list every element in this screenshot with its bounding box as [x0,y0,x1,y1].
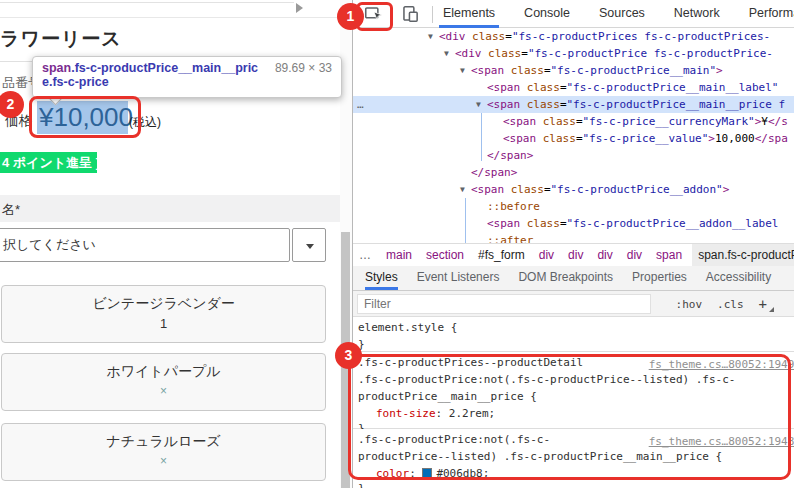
hov-toggle[interactable]: :hov [676,298,703,311]
token-str: "fs-c-productPrice__addon__label [567,217,779,230]
new-style-rule-button[interactable]: + [759,296,767,312]
tooltip-selector-line1: span.fs-c-productPrice__main__pric [42,61,258,75]
token-attr: class [536,132,576,145]
breadcrumb-item-span.fs-c-productp[interactable]: span.fs-c-productP [692,244,794,266]
tree-row[interactable]: ▼<span class="fs-c-productPrice__addon"> [353,181,794,198]
expand-arrow-icon[interactable]: ▼ [428,28,439,45]
tree-row[interactable]: <span class="fs-c-price__value">10,000</… [353,130,794,147]
tab-network[interactable]: Network [670,0,724,28]
tree-row-selected[interactable]: …▼<span class="fs-c-productPrice__main__… [353,96,794,113]
token-attr: class [466,30,506,43]
devtools-toolbar: ElementsConsoleSourcesNetworkPerformance [353,0,794,28]
card-remove-x[interactable]: × [2,384,325,398]
tree-row[interactable]: ::after [353,232,794,243]
token-txt: = [521,47,528,60]
tab-dom-breakpoints[interactable]: DOM Breakpoints [518,266,613,290]
tab-styles[interactable]: Styles [365,266,398,290]
token-txt: = [544,64,551,77]
token-tag: </span> [487,149,533,162]
token-txt: = [505,30,512,43]
tab-event-listeners[interactable]: Event Listeners [417,266,500,290]
token-txt: = [576,115,583,128]
tab-performance[interactable]: Performance [745,0,794,28]
token-tag: <span [503,115,536,128]
card-quantity[interactable]: 1 [2,316,325,331]
tree-row[interactable]: ▼<div class="fs-c-productPrice fs-c-prod… [353,45,794,62]
tree-row[interactable]: ::before [353,198,794,215]
breadcrumb-item-div[interactable]: div [539,248,554,262]
card-title: ホワイトパープル [2,363,325,381]
select-dropdown-button[interactable] [292,228,326,262]
tree-row[interactable]: <span class="fs-c-productPrice__main__la… [353,79,794,96]
tree-row[interactable]: ▼<span class="fs-c-productPrice__main"> [353,62,794,79]
token-str: "fs-c-productPrice fs-c-productPrice- [528,47,773,60]
tab-accessibility[interactable]: Accessibility [706,266,771,290]
tree-row[interactable]: ▼<div class="fs-c-productPrices fs-c-pro… [353,28,794,45]
token-tag: </span> [471,166,517,179]
inspect-tooltip: span.fs-c-productPrice__main__pric 89.69… [32,56,342,98]
breadcrumb-item-#fs_form[interactable]: #fs_form [478,248,525,262]
styles-filter-bar: :hov .cls + [353,291,794,317]
breadcrumb-item-div[interactable]: div [597,248,612,262]
page-title: ラワーリース [0,26,122,52]
breadcrumb-item-div[interactable]: div [627,248,642,262]
annotation-circle-3: 3 [335,342,362,369]
token-tag: <span [471,183,504,196]
device-toolbar-icon[interactable] [399,3,423,26]
token-str: "fs-c-productPrice__addon" [551,183,723,196]
tab-sources[interactable]: Sources [595,0,649,28]
token-attr: class [520,98,560,111]
product-option-card[interactable]: ホワイトパープル× [1,353,326,411]
rule-close-brace: } [358,482,794,488]
token-str: "fs-c-productPrices fs-c-productPrices- [512,30,770,43]
token-tag: <div [439,30,466,43]
expand-arrow-icon[interactable]: ▼ [460,181,471,198]
expand-arrow-icon[interactable]: ▼ [460,62,471,79]
tab-elements[interactable]: Elements [439,0,499,28]
option-select[interactable]: 択してください [0,228,290,262]
styles-filter-input[interactable] [357,294,651,314]
tree-row[interactable]: </span> [353,147,794,164]
token-str: "fs-c-productPrice__main__label" [567,81,779,94]
token-txt: = [544,183,551,196]
token-tag: <span [487,81,520,94]
breadcrumb-item-span[interactable]: span [656,248,682,262]
token-tag: </s [768,115,788,128]
element-style-block[interactable]: element.style { } [353,317,794,352]
card-remove-x[interactable]: × [2,454,325,468]
breadcrumb-item-[interactable]: … [359,248,372,262]
expand-arrow-icon[interactable]: ▼ [444,45,455,62]
row-overflow-dots-icon[interactable]: … [357,96,365,113]
token-tag: > [708,132,715,145]
token-str: "fs-c-productPrice__main__price f [567,98,786,111]
breadcrumb-item-main[interactable]: main [386,248,412,262]
elements-tree: ▼<div class="fs-c-productPrices fs-c-pro… [353,28,794,243]
token-str: "fs-c-price__currencyMark" [583,115,755,128]
cls-toggle[interactable]: .cls [717,298,744,311]
breadcrumb-item-section[interactable]: section [426,248,464,262]
token-attr: class [504,183,544,196]
token-attr: class [520,81,560,94]
tree-row[interactable]: </span> [353,164,794,181]
product-option-card[interactable]: ビンテージラベンダー1 [1,285,326,343]
option-section-bar: 名* [0,195,340,222]
token-tag: <span [471,64,504,77]
product-option-card[interactable]: ナチュラルローズ× [1,423,326,481]
tab-console[interactable]: Console [520,0,574,28]
breadcrumb: …mainsection#fs_formdivdivdivdivspanspan… [353,243,794,266]
tree-row[interactable]: <span class="fs-c-productPrice__addon__l… [353,215,794,232]
token-pseudo: ::after [487,234,533,243]
token-tag: > [723,183,730,196]
token-tag: > [716,64,723,77]
token-txt: = [560,217,567,230]
breadcrumb-item-div[interactable]: div [568,248,583,262]
token-str: "fs-c-productPrice__main" [551,64,717,77]
token-attr: class [504,64,544,77]
token-tag: <span [487,98,520,111]
expand-arrow-icon[interactable]: ▼ [476,96,487,113]
collapsed-arrow-icon [296,3,303,13]
token-txt: = [560,98,567,111]
token-tag: <span [487,217,520,230]
tree-row[interactable]: <span class="fs-c-price__currencyMark">¥… [353,113,794,130]
tab-properties[interactable]: Properties [632,266,687,290]
